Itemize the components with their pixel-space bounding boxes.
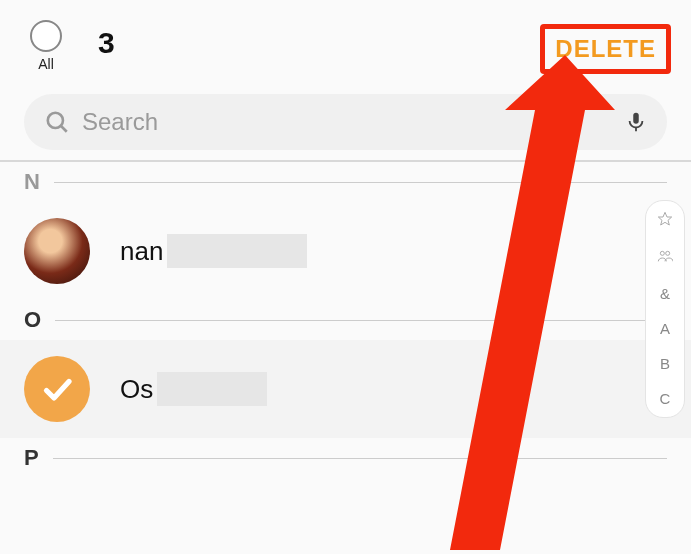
section-header-n: N xyxy=(0,162,691,202)
delete-highlight-box: DELETE xyxy=(540,24,671,74)
svg-point-6 xyxy=(666,251,670,255)
select-all-radio[interactable] xyxy=(30,20,62,52)
delete-button[interactable]: DELETE xyxy=(555,35,656,63)
section-letter: O xyxy=(24,307,41,333)
select-all[interactable]: All xyxy=(30,20,62,72)
contact-row[interactable]: Os xyxy=(0,340,691,438)
header: All 3 DELETE xyxy=(0,0,691,88)
redacted-text xyxy=(167,234,307,268)
selected-check-icon[interactable] xyxy=(24,356,90,422)
index-letter-b[interactable]: B xyxy=(660,355,670,372)
svg-point-5 xyxy=(660,251,664,255)
section-header-p: P xyxy=(0,438,691,478)
index-letter-c[interactable]: C xyxy=(660,390,671,407)
svg-point-0 xyxy=(48,113,63,128)
search-input[interactable] xyxy=(82,108,613,136)
contact-name: nan xyxy=(120,236,163,267)
index-symbol[interactable]: & xyxy=(660,285,670,302)
svg-line-1 xyxy=(61,126,67,132)
section-header-o: O xyxy=(0,300,691,340)
contact-name: Os xyxy=(120,374,153,405)
contact-row[interactable]: nan xyxy=(0,202,691,300)
index-groups-icon[interactable] xyxy=(657,248,673,267)
section-letter: N xyxy=(24,169,40,195)
search-row xyxy=(0,88,691,160)
alpha-index[interactable]: & A B C xyxy=(645,200,685,418)
svg-rect-2 xyxy=(633,113,639,124)
contact-list: N nan O Os P xyxy=(0,162,691,478)
selected-count: 3 xyxy=(98,26,115,60)
select-all-label: All xyxy=(38,56,54,72)
svg-marker-4 xyxy=(658,212,671,225)
redacted-text xyxy=(157,372,267,406)
avatar xyxy=(24,218,90,284)
search-icon xyxy=(44,109,70,135)
index-favorites-icon[interactable] xyxy=(657,211,673,230)
mic-icon[interactable] xyxy=(625,108,647,136)
search-field[interactable] xyxy=(24,94,667,150)
section-letter: P xyxy=(24,445,39,471)
index-letter-a[interactable]: A xyxy=(660,320,670,337)
